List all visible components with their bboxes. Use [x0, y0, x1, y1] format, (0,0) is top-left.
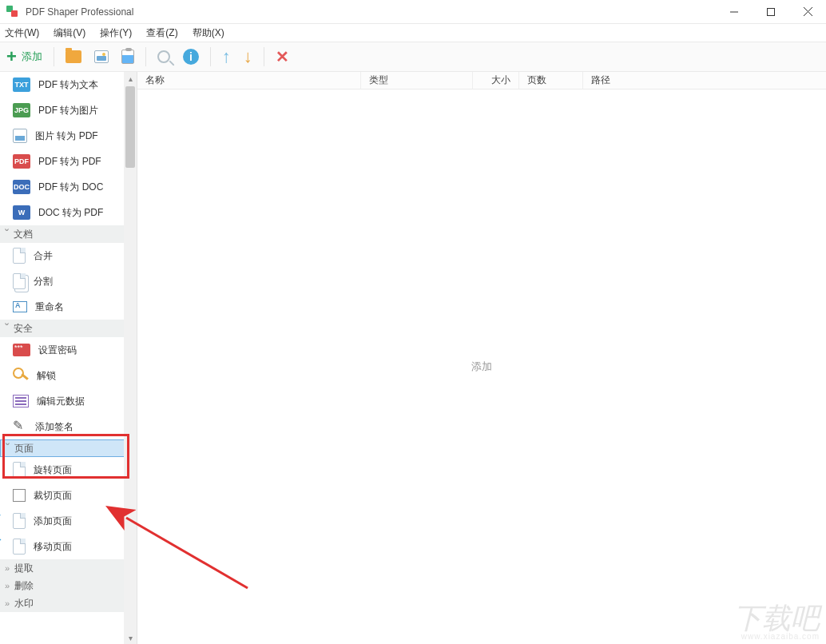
- menu-action[interactable]: 操作(Y): [100, 26, 132, 40]
- search-icon: [157, 50, 170, 63]
- sidebar-item-merge[interactable]: 合并: [0, 243, 125, 268]
- folder-icon: [66, 50, 81, 63]
- add-page-icon: [13, 513, 26, 529]
- sidebar-item-label: 重命名: [35, 300, 64, 314]
- sidebar-item-password[interactable]: 设置密码: [0, 337, 125, 363]
- sidebar-item-label: PDF 转为图片: [38, 104, 98, 117]
- toolbar-separator: [145, 47, 146, 66]
- maximize-icon: [767, 8, 775, 16]
- signature-icon: [13, 419, 27, 434]
- column-header-size[interactable]: 大小: [473, 72, 519, 89]
- sidebar-item-label: 裁切页面: [34, 489, 72, 503]
- clipboard-icon: [121, 50, 134, 64]
- sidebar-category-watermark[interactable]: 水印: [0, 594, 125, 612]
- sidebar-category-pages[interactable]: 页面: [0, 439, 125, 457]
- sidebar-item-image-to-pdf[interactable]: 图片 转为 PDF: [0, 123, 125, 149]
- rename-icon: [13, 301, 27, 312]
- menu-help[interactable]: 帮助(X): [193, 26, 224, 40]
- add-image-button[interactable]: [88, 42, 115, 72]
- search-button[interactable]: [151, 42, 177, 72]
- info-button[interactable]: i: [177, 42, 205, 72]
- image-icon: [94, 50, 109, 63]
- add-label: 添加: [22, 50, 42, 64]
- scroll-up-button[interactable]: ▴: [124, 72, 137, 85]
- move-up-button[interactable]: ↑: [216, 42, 237, 72]
- sidebar-scrollbar[interactable]: ▴ ▾: [124, 72, 137, 644]
- move-down-button[interactable]: ↓: [237, 42, 259, 72]
- sidebar-item-metadata[interactable]: 编辑元数据: [0, 388, 125, 414]
- minimize-button[interactable]: [716, 0, 753, 24]
- scroll-down-button[interactable]: ▾: [124, 631, 137, 644]
- sidebar-item-rename[interactable]: 重命名: [0, 294, 125, 320]
- sidebar-item-split[interactable]: 分割: [0, 268, 125, 294]
- sidebar-category-document[interactable]: 文档: [0, 225, 125, 243]
- sidebar-item-label: DOC 转为 PDF: [38, 206, 103, 220]
- main-area: TXT PDF 转为文本 JPG PDF 转为图片 图片 转为 PDF PDF …: [0, 72, 826, 644]
- scroll-track[interactable]: [124, 169, 137, 631]
- sidebar-item-rotate-pages[interactable]: 旋转页面: [0, 457, 125, 483]
- sidebar-item-pdf-to-doc[interactable]: DOC PDF 转为 DOC: [0, 174, 125, 200]
- menu-edit[interactable]: 编辑(V): [54, 26, 85, 40]
- sidebar-item-label: 移动页面: [34, 540, 72, 554]
- category-label: 页面: [14, 442, 34, 455]
- add-button[interactable]: + 添加: [0, 42, 49, 72]
- remove-button[interactable]: ✕: [269, 42, 296, 72]
- category-label: 提取: [14, 562, 34, 575]
- image-file-icon: [13, 129, 27, 143]
- minimize-icon: [730, 8, 738, 16]
- chevron-down-icon: [5, 228, 9, 241]
- column-header-pages[interactable]: 页数: [519, 72, 583, 89]
- sidebar-category-security[interactable]: 安全: [0, 320, 125, 337]
- rotate-page-icon: [13, 462, 26, 478]
- chevron-down-icon: [6, 442, 10, 455]
- sidebar-item-unlock[interactable]: 解锁: [0, 363, 125, 388]
- sidebar-item-label: PDF 转为文本: [38, 78, 98, 92]
- column-header-path[interactable]: 路径: [583, 72, 826, 89]
- toolbar-separator: [264, 47, 264, 66]
- sidebar-item-label: 合并: [34, 249, 53, 263]
- sidebar-item-add-pages[interactable]: 添加页面: [0, 508, 125, 534]
- sidebar-item-move-pages[interactable]: 移动页面: [0, 534, 125, 559]
- arrow-down-icon: ↓: [244, 46, 252, 67]
- arrow-up-icon: ↑: [222, 46, 231, 67]
- sidebar-item-label: 图片 转为 PDF: [35, 129, 98, 143]
- add-folder-button[interactable]: [59, 42, 88, 72]
- info-icon: i: [183, 49, 199, 65]
- page-icon: [13, 248, 26, 264]
- column-headers: 名称 类型 大小 页数 路径: [137, 72, 826, 89]
- password-icon: [13, 344, 30, 356]
- sidebar-category-delete[interactable]: 删除: [0, 577, 125, 594]
- paste-button[interactable]: [115, 42, 141, 72]
- sidebar-item-label: 旋转页面: [34, 463, 72, 477]
- toolbar: + 添加 i ↑ ↓ ✕: [0, 42, 826, 72]
- word-icon: W: [13, 205, 30, 220]
- chevron-right-icon: [5, 563, 10, 573]
- jpg-icon: JPG: [13, 103, 30, 117]
- sidebar-item-pdf-to-image[interactable]: JPG PDF 转为图片: [0, 97, 125, 123]
- sidebar-item-pdf-to-txt[interactable]: TXT PDF 转为文本: [0, 72, 125, 97]
- app-icon: [6, 6, 19, 18]
- scroll-thumb[interactable]: [125, 86, 135, 168]
- sidebar-item-label: 设置密码: [38, 344, 77, 357]
- chevron-right-icon: [5, 598, 10, 608]
- sidebar: TXT PDF 转为文本 JPG PDF 转为图片 图片 转为 PDF PDF …: [0, 72, 137, 644]
- file-list-empty[interactable]: 添加: [137, 89, 826, 644]
- menu-view[interactable]: 查看(Z): [146, 26, 177, 40]
- sidebar-item-pdf-to-pdf[interactable]: PDF PDF 转为 PDF: [0, 149, 125, 174]
- maximize-button[interactable]: [753, 0, 789, 24]
- svg-rect-1: [768, 8, 775, 15]
- sidebar-item-crop-pages[interactable]: 裁切页面: [0, 483, 125, 508]
- sidebar-item-doc-to-pdf[interactable]: W DOC 转为 PDF: [0, 200, 125, 225]
- sidebar-item-label: PDF 转为 PDF: [38, 155, 101, 169]
- sidebar-category-extract[interactable]: 提取: [0, 559, 125, 577]
- key-icon: [13, 368, 29, 384]
- column-header-type[interactable]: 类型: [361, 72, 473, 89]
- txt-icon: TXT: [13, 78, 30, 92]
- toolbar-separator: [210, 47, 211, 66]
- sidebar-item-label: PDF 转为 DOC: [38, 181, 103, 194]
- sidebar-item-sign[interactable]: 添加签名: [0, 414, 125, 439]
- menu-file[interactable]: 文件(W): [5, 26, 39, 40]
- column-header-name[interactable]: 名称: [137, 72, 361, 89]
- close-button[interactable]: [789, 0, 826, 24]
- doc-icon: DOC: [13, 180, 30, 194]
